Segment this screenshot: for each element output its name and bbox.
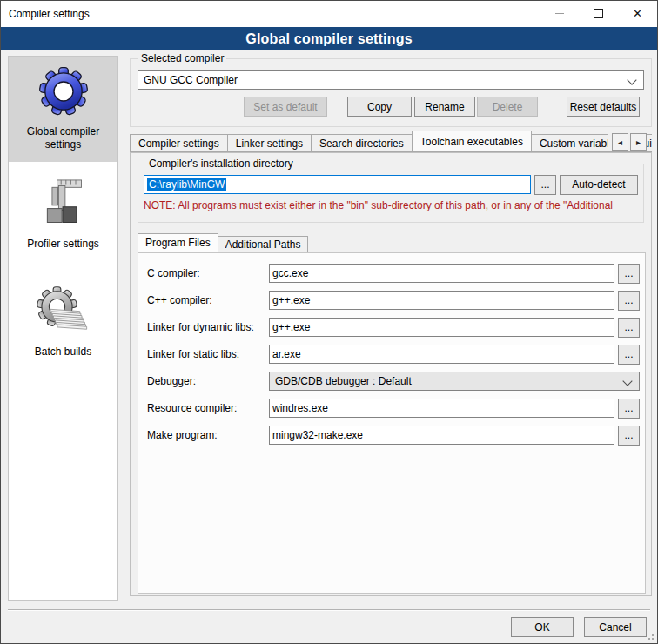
linker-dynamic-value: g++.exe: [272, 321, 310, 333]
make-program-label: Make program:: [147, 429, 269, 441]
c-compiler-browse-button[interactable]: ...: [618, 264, 640, 284]
linker-static-row: Linker for static libs:ar.exe...: [147, 345, 640, 364]
maximize-icon: [594, 9, 603, 18]
main-content: Selected compiler GNU GCC Compiler Set a…: [130, 50, 652, 596]
compiler-settings-dialog: Compiler settings ✕ Global compiler sett…: [0, 0, 658, 644]
tab-additional-paths[interactable]: Additional Paths: [218, 236, 309, 252]
cpp-compiler-value: g++.exe: [272, 294, 310, 306]
linker-dynamic-input[interactable]: g++.exe: [269, 318, 614, 337]
arrow-right-icon: ▸: [636, 138, 641, 147]
c-compiler-input[interactable]: gcc.exe: [269, 264, 614, 283]
make-program-input[interactable]: mingw32-make.exe: [269, 426, 614, 445]
toolchain-executables-panel: Compiler's installation directory C:\ray…: [130, 152, 652, 596]
compiler-actions: Set as defaultCopyRenameDeleteReset defa…: [138, 97, 644, 117]
linker-dynamic-browse-button[interactable]: ...: [618, 318, 640, 338]
installation-directory-group: Compiler's installation directory C:\ray…: [138, 164, 644, 223]
bin-subdirectory-note: NOTE: All programs must exist either in …: [144, 199, 638, 211]
program-files-tabs: Program FilesAdditional Paths: [138, 233, 644, 252]
debugger-row: Debugger:GDB/CDB debugger : Default: [147, 372, 640, 391]
chevron-down-icon: [627, 75, 636, 84]
linker-static-input[interactable]: ar.exe: [269, 345, 614, 364]
title-bar: Compiler settings ✕: [1, 1, 657, 27]
installation-directory-value: C:\raylib\MinGW: [147, 178, 226, 191]
window-title: Compiler settings: [9, 8, 90, 20]
debugger-value: GDB/CDB debugger : Default: [275, 375, 412, 387]
make-program-browse-button[interactable]: ...: [618, 426, 640, 446]
tab-toolchain-executables[interactable]: Toolchain executables: [412, 131, 532, 152]
installation-directory-browse-button[interactable]: ...: [534, 175, 556, 195]
minimize-icon: [555, 13, 564, 14]
delete-button: Delete: [477, 97, 538, 117]
resource-compiler-value: windres.exe: [272, 402, 328, 414]
page-title: Global compiler settings: [245, 31, 413, 47]
reset-defaults-button[interactable]: Reset defaults: [567, 97, 640, 117]
compiler-tabs: Compiler settingsLinker settingsSearch d…: [130, 131, 652, 152]
program-files-tab-strip: Program FilesAdditional Paths: [138, 233, 644, 252]
debugger-label: Debugger:: [147, 375, 269, 387]
c-compiler-label: C compiler:: [147, 267, 269, 279]
sidebar-item-label: Profiler settings: [24, 238, 103, 251]
tab-scroll-controls: ◂ ▸: [608, 133, 647, 151]
arrow-left-icon: ◂: [618, 138, 622, 147]
chevron-down-icon: [622, 376, 632, 386]
minimize-button[interactable]: [540, 1, 579, 26]
debugger-combo[interactable]: GDB/CDB debugger : Default: [269, 372, 640, 391]
ok-button[interactable]: OK: [511, 617, 574, 637]
gear-blue-icon: [36, 64, 91, 119]
close-button[interactable]: ✕: [618, 1, 657, 26]
tab-search-directories[interactable]: Search directories: [311, 134, 413, 152]
cpp-compiler-input[interactable]: g++.exe: [269, 291, 614, 310]
sidebar-item-label: Batch builds: [31, 345, 95, 359]
set-as-default-button: Set as default: [244, 97, 327, 117]
compiler-tab-strip: Compiler settingsLinker settingsSearch d…: [130, 131, 652, 152]
sidebar-item-label: Global compiler settings: [10, 125, 116, 151]
linker-dynamic-row: Linker for dynamic libs:g++.exe...: [147, 318, 640, 337]
resource-compiler-browse-button[interactable]: ...: [618, 399, 640, 419]
tab-program-files[interactable]: Program Files: [138, 233, 218, 252]
footer-divider: [8, 609, 650, 611]
selected-compiler-group: Selected compiler GNU GCC Compiler Set a…: [130, 58, 652, 127]
window-controls: ✕: [540, 1, 657, 26]
selected-compiler-value: GNU GCC Compiler: [144, 74, 238, 86]
settings-sidebar: Global compiler settingsProfiler setting…: [8, 56, 118, 601]
selected-compiler-combo[interactable]: GNU GCC Compiler: [138, 70, 644, 90]
installation-directory-row: C:\raylib\MinGW ... Auto-detect: [144, 175, 638, 194]
selected-compiler-legend: Selected compiler: [138, 52, 226, 64]
sidebar-item-batch-builds[interactable]: Batch builds: [9, 277, 118, 369]
installation-directory-legend: Compiler's installation directory: [146, 158, 296, 170]
linker-dynamic-label: Linker for dynamic libs:: [147, 321, 269, 333]
gear-stack-icon: [36, 284, 91, 339]
resource-compiler-label: Resource compiler:: [147, 402, 269, 414]
c-compiler-row: C compiler:gcc.exe...: [147, 264, 640, 283]
tab-scroll-right-button[interactable]: ▸: [630, 133, 647, 151]
make-program-value: mingw32-make.exe: [272, 429, 363, 441]
linker-static-browse-button[interactable]: ...: [618, 345, 640, 365]
rename-button[interactable]: Rename: [414, 97, 475, 117]
installation-directory-input[interactable]: C:\raylib\MinGW: [144, 175, 531, 194]
close-icon: ✕: [633, 8, 642, 19]
sidebar-item-profiler-settings[interactable]: Profiler settings: [9, 169, 118, 261]
c-compiler-value: gcc.exe: [272, 267, 308, 279]
make-program-row: Make program:mingw32-make.exe...: [147, 426, 640, 445]
linker-static-value: ar.exe: [272, 348, 301, 360]
copy-button[interactable]: Copy: [347, 97, 412, 117]
caliper-icon: [36, 176, 91, 231]
maximize-button[interactable]: [579, 1, 618, 26]
resource-compiler-row: Resource compiler:windres.exe...: [147, 399, 640, 418]
sidebar-item-global-compiler-settings[interactable]: Global compiler settings: [9, 57, 118, 162]
tab-scroll-left-button[interactable]: ◂: [612, 133, 628, 151]
cancel-button[interactable]: Cancel: [584, 617, 647, 637]
tab-compiler-settings[interactable]: Compiler settings: [130, 134, 228, 152]
auto-detect-button[interactable]: Auto-detect: [560, 175, 638, 195]
resize-grip[interactable]: [645, 631, 654, 640]
dialog-header: Global compiler settings: [1, 27, 657, 50]
cpp-compiler-browse-button[interactable]: ...: [618, 291, 640, 311]
cpp-compiler-row: C++ compiler:g++.exe...: [147, 291, 640, 310]
tab-linker-settings[interactable]: Linker settings: [227, 134, 312, 152]
linker-static-label: Linker for static libs:: [147, 348, 269, 360]
program-files-panel: C compiler:gcc.exe...C++ compiler:g++.ex…: [138, 252, 646, 594]
cpp-compiler-label: C++ compiler:: [147, 294, 269, 306]
resource-compiler-input[interactable]: windres.exe: [269, 399, 614, 418]
